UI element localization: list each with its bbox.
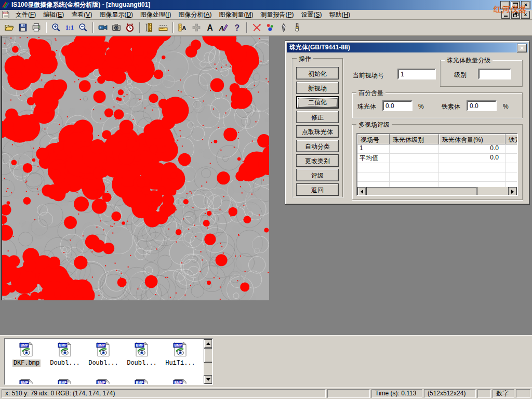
menu-item[interactable]: 查看(V) xyxy=(68,10,96,19)
menu-item[interactable]: 设置(S) xyxy=(297,10,325,19)
text-label-button[interactable]: A xyxy=(203,21,217,34)
menu-item[interactable]: 测量报告(P) xyxy=(257,10,297,19)
menu-item[interactable]: 图像处理(I) xyxy=(137,10,175,19)
table-cell xyxy=(357,172,390,181)
particle-analysis-button[interactable] xyxy=(263,21,277,34)
open-folder-button[interactable] xyxy=(3,21,16,34)
file-item-partial[interactable]: BMP xyxy=(124,378,160,385)
menu-item[interactable]: 图像测量(M) xyxy=(215,10,257,19)
file-name[interactable]: HuiTi... xyxy=(164,360,196,367)
toolbar: 1:1AAA? xyxy=(0,20,532,36)
filelist-scrollbar-thumb[interactable] xyxy=(204,348,213,363)
op-button-修正[interactable]: 修正 xyxy=(296,111,339,123)
file-item-partial[interactable]: BMP xyxy=(8,378,45,385)
maximize-button[interactable] xyxy=(511,1,520,9)
file-item[interactable]: BMPDoubl... xyxy=(85,341,122,367)
zoom-out-button[interactable] xyxy=(76,21,90,34)
help-button[interactable]: ? xyxy=(230,21,244,34)
save-button[interactable] xyxy=(16,21,30,34)
zoom-in-button[interactable] xyxy=(49,21,63,34)
op-button-二值化[interactable]: 二值化 xyxy=(296,96,339,109)
timer-button[interactable] xyxy=(123,21,137,34)
file-item[interactable]: BMPHuiTi... xyxy=(162,341,198,367)
table-cell xyxy=(439,172,506,181)
percent-group: 百分含量 珠光体 % 铁素体 % xyxy=(352,92,523,118)
camera-button[interactable] xyxy=(110,21,123,34)
brush-tool-button[interactable] xyxy=(290,21,304,34)
dialog-close-button[interactable]: × xyxy=(517,44,527,52)
ruler-horizontal-button[interactable] xyxy=(156,21,170,34)
ruler-horizontal-icon xyxy=(158,23,168,32)
minimize-button[interactable] xyxy=(500,1,510,9)
table-row[interactable] xyxy=(357,163,517,172)
child-minimize-button[interactable] xyxy=(501,11,510,19)
table-cell: 平均值 xyxy=(357,154,390,163)
dialog-titlebar[interactable]: 珠光体(GB/T9441-88) × xyxy=(287,43,528,52)
caliper-vertical-button[interactable] xyxy=(143,21,156,34)
file-name[interactable]: DKF.bmp xyxy=(12,360,41,367)
curve-tool-button[interactable] xyxy=(250,21,263,34)
op-button-点取珠光体[interactable]: 点取珠光体 xyxy=(296,125,339,138)
table-row[interactable]: 平均值0.0 xyxy=(357,154,517,163)
table-header[interactable]: 视场号 xyxy=(357,134,390,144)
scroll-down-button[interactable] xyxy=(204,375,212,384)
scroll-right-button[interactable] xyxy=(508,187,517,196)
help-icon: ? xyxy=(232,23,242,32)
file-item[interactable]: BMPDoubl... xyxy=(124,341,160,367)
actual-size-button[interactable]: 1:1 xyxy=(63,21,76,34)
brush-tool-icon xyxy=(292,23,302,32)
filelist-vertical-scrollbar[interactable] xyxy=(204,339,212,384)
menu-item[interactable]: 编辑(E) xyxy=(39,10,68,19)
table-row[interactable] xyxy=(357,172,517,182)
svg-text:BMP: BMP xyxy=(175,343,182,347)
measure-text-button[interactable]: A xyxy=(176,21,190,34)
table-cell xyxy=(390,172,439,181)
video-camera-button[interactable] xyxy=(96,21,110,34)
file-item-partial[interactable]: BMP xyxy=(47,378,83,385)
statusbar: x: 510 y: 79 idx: 0 RGB: (174, 174, 174)… xyxy=(0,387,532,399)
scrollbar-track[interactable] xyxy=(477,187,508,195)
pearlite-percent-input[interactable] xyxy=(382,100,413,111)
child-restore-button[interactable] xyxy=(511,11,520,19)
operation-group: 操作 初始化新视场二值化修正点取珠光体自动分类更改类别评级返回 xyxy=(292,58,343,197)
child-close-button[interactable]: × xyxy=(521,11,530,19)
op-button-新视场[interactable]: 新视场 xyxy=(296,82,339,94)
table-header[interactable]: 铁素体含量(%) xyxy=(506,134,518,144)
menu-item[interactable]: 图像分析(A) xyxy=(175,10,215,19)
op-button-返回[interactable]: 返回 xyxy=(296,183,339,196)
op-button-评级[interactable]: 评级 xyxy=(296,169,339,181)
file-name[interactable]: Doubl... xyxy=(126,360,158,367)
annotate-text-button[interactable]: A xyxy=(217,21,230,34)
current-field-input[interactable] xyxy=(397,69,436,79)
op-button-自动分类[interactable]: 自动分类 xyxy=(296,140,339,152)
grid-cross-button[interactable] xyxy=(190,21,203,34)
table-row[interactable]: 10.0 xyxy=(357,144,517,154)
filelist-scrollbar-track[interactable] xyxy=(204,363,212,375)
micrograph-image[interactable] xyxy=(1,36,269,300)
ferrite-percent-input[interactable] xyxy=(467,100,497,111)
scroll-left-button[interactable] xyxy=(357,187,366,196)
scroll-up-button[interactable] xyxy=(204,339,212,348)
grade-input[interactable] xyxy=(478,69,511,79)
document-icon: DOC xyxy=(2,10,10,19)
file-name[interactable]: Doubl... xyxy=(87,360,119,367)
table-horizontal-scrollbar[interactable] xyxy=(357,187,517,195)
status-panel: (512x512x24) xyxy=(424,389,476,398)
menu-item[interactable]: 帮助(H) xyxy=(325,10,354,19)
file-item-partial[interactable]: BMP xyxy=(85,378,122,385)
file-item[interactable]: BMPDKF.bmp xyxy=(8,341,45,367)
print-button[interactable] xyxy=(30,21,43,34)
file-item-partial[interactable]: BMP xyxy=(162,378,198,385)
file-item[interactable]: BMPDoubl... xyxy=(47,341,83,367)
close-button[interactable]: × xyxy=(521,1,530,9)
pen-tool-button[interactable] xyxy=(277,21,290,34)
menu-item[interactable]: 文件(F) xyxy=(12,10,39,19)
titlebar: IS100显微摄像系统(金相分析版) - [zhuguangti01] × xyxy=(0,0,532,10)
menu-item[interactable]: 图像显示(D) xyxy=(96,10,137,19)
scrollbar-thumb[interactable] xyxy=(366,187,477,196)
op-button-更改类别[interactable]: 更改类别 xyxy=(296,154,339,167)
table-header[interactable]: 珠光体级别 xyxy=(390,134,439,144)
table-header[interactable]: 珠光体含量(%) xyxy=(439,134,506,144)
op-button-初始化[interactable]: 初始化 xyxy=(296,67,339,79)
file-name[interactable]: Doubl... xyxy=(49,360,81,367)
